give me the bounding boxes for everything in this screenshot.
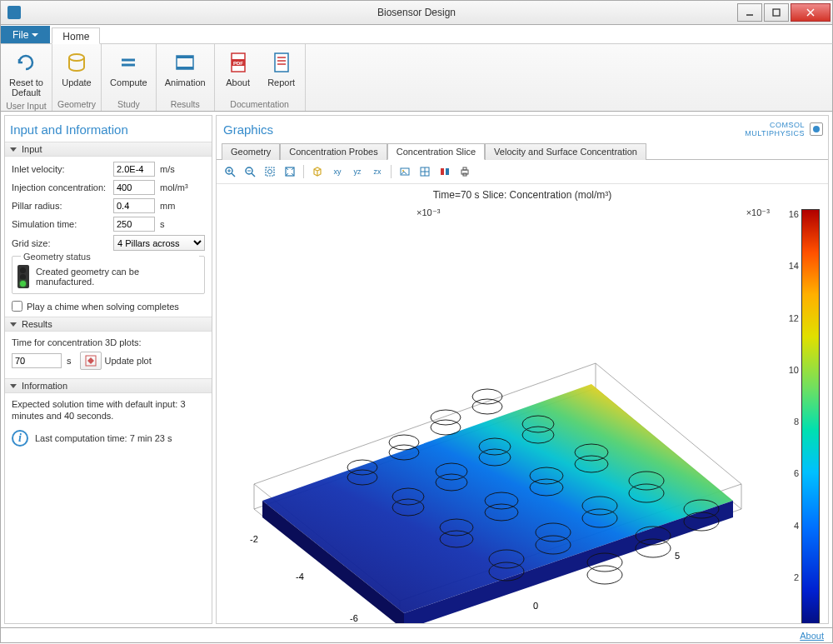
section-results-body: Time for concentration 3D plots: s Updat… xyxy=(5,332,212,378)
reset-to-default-button[interactable]: Reset toDefault xyxy=(6,47,47,99)
about-link[interactable]: About xyxy=(800,631,824,641)
update-plot-label: Update plot xyxy=(105,356,152,366)
animation-button[interactable]: Animation xyxy=(162,47,209,97)
file-menu[interactable]: File xyxy=(1,26,50,43)
yz-view-icon[interactable]: yz xyxy=(349,163,366,180)
image-snapshot-icon[interactable] xyxy=(397,163,413,180)
svg-point-71 xyxy=(587,566,622,584)
tab-concentration-probes[interactable]: Concentration Probes xyxy=(280,143,387,160)
svg-rect-25 xyxy=(266,167,274,176)
tab-concentration-slice[interactable]: Concentration Slice xyxy=(387,143,485,160)
zx-view-icon[interactable]: zx xyxy=(369,163,386,180)
x-tick: 0 xyxy=(533,601,538,611)
tab-velocity-surface[interactable]: Velocity and Surface Concentration xyxy=(485,143,646,160)
section-input-body: Inlet velocity: m/s Injection concentrat… xyxy=(5,157,212,317)
y-tick: -2 xyxy=(250,534,258,544)
svg-rect-1 xyxy=(773,9,780,16)
ribbon-group-documentation: PDF About Report Documentation xyxy=(215,44,306,111)
info-icon: i xyxy=(12,430,28,447)
section-input-header[interactable]: Input xyxy=(5,142,212,157)
colorbar-ticks: 16 14 12 10 8 6 4 2 0 xyxy=(789,209,799,624)
geometry-status-box: Geometry status Created geometry can be … xyxy=(12,256,205,294)
results-time-label: Time for concentration 3D plots: xyxy=(12,337,205,348)
pdf-icon: PDF xyxy=(225,49,252,76)
zoom-in-icon[interactable] xyxy=(222,163,238,180)
section-information-body: Expected solution time with default inpu… xyxy=(5,393,212,452)
x-tick: 5 xyxy=(675,551,680,561)
injection-conc-unit: mol/m³ xyxy=(160,182,188,192)
simulation-time-unit: s xyxy=(160,219,165,229)
injection-conc-input[interactable] xyxy=(113,180,155,195)
compute-button[interactable]: Compute xyxy=(107,47,151,97)
app-icon xyxy=(7,6,21,19)
equals-icon xyxy=(115,49,142,76)
zoom-extents-icon[interactable] xyxy=(262,163,278,180)
svg-point-4 xyxy=(69,54,84,61)
update-plot-icon-button[interactable] xyxy=(80,352,102,370)
chime-checkbox[interactable] xyxy=(12,301,22,312)
results-time-unit: s xyxy=(67,356,72,366)
about-label: About xyxy=(226,77,250,87)
traffic-light-icon xyxy=(17,265,29,288)
svg-point-43 xyxy=(431,420,461,435)
section-input-label: Input xyxy=(22,144,42,154)
inlet-velocity-input[interactable] xyxy=(113,162,155,177)
pillar-radius-label: Pillar radius: xyxy=(12,201,110,211)
svg-point-40 xyxy=(389,435,419,450)
grid-icon[interactable] xyxy=(416,163,433,180)
section-results-header[interactable]: Results xyxy=(5,317,212,332)
ribbon-group-user-input: Reset toDefault User Input xyxy=(1,44,52,111)
plot-svg: -2 -4 -6 0 5 xyxy=(225,209,758,624)
ribbon-group-results: Animation Results xyxy=(157,44,215,111)
svg-point-42 xyxy=(431,410,461,425)
tab-geometry[interactable]: Geometry xyxy=(222,143,280,160)
main-area: Input and Information Input Inlet veloci… xyxy=(0,112,833,628)
section-information-header[interactable]: Information xyxy=(5,378,212,393)
maximize-button[interactable] xyxy=(764,3,789,22)
zoom-box-icon[interactable] xyxy=(282,163,298,180)
chime-label: Play a chime when solving completes xyxy=(27,302,179,312)
pillar-radius-input[interactable] xyxy=(113,198,155,213)
logo-icon xyxy=(810,122,823,136)
close-button[interactable] xyxy=(791,3,831,22)
report-button[interactable]: Report xyxy=(263,47,300,97)
cylinder-icon xyxy=(63,49,90,76)
legends-icon[interactable] xyxy=(436,163,453,180)
comsol-logo: COMSOL MULTIPHYSICS xyxy=(745,121,823,137)
default-view-icon[interactable] xyxy=(309,163,326,180)
left-panel: Input and Information Input Inlet veloci… xyxy=(4,115,212,624)
tab-home[interactable]: Home xyxy=(52,27,100,44)
expected-time-text: Expected solution time with default inpu… xyxy=(12,398,205,422)
xy-view-icon[interactable]: xy xyxy=(329,163,346,180)
report-icon xyxy=(268,49,295,76)
inlet-velocity-unit: m/s xyxy=(160,164,175,174)
y-tick: -6 xyxy=(350,613,358,623)
ribbon-group-title: Geometry xyxy=(57,97,96,109)
plot-area[interactable]: Time=70 s Slice: Concentration (mol/m³) … xyxy=(217,184,828,623)
svg-line-19 xyxy=(232,173,235,177)
svg-point-26 xyxy=(268,170,272,174)
simulation-time-label: Simulation time: xyxy=(12,219,110,229)
ribbon-group-study: Compute Study xyxy=(102,44,157,111)
section-results-label: Results xyxy=(22,319,52,329)
simulation-time-input[interactable] xyxy=(113,217,155,232)
animation-label: Animation xyxy=(165,77,206,87)
window-title: Biosensor Design xyxy=(377,7,456,18)
injection-conc-label: Injection concentration: xyxy=(12,182,110,192)
y-tick: -4 xyxy=(296,572,304,582)
update-geometry-button[interactable]: Update xyxy=(58,47,95,97)
zoom-out-icon[interactable] xyxy=(242,163,258,180)
print-icon[interactable] xyxy=(456,163,473,180)
graphics-title: Graphics xyxy=(223,122,273,137)
update-label: Update xyxy=(62,77,91,87)
ribbon-group-title: User Input xyxy=(6,99,46,111)
grid-size-select[interactable]: 4 Pillars across xyxy=(113,235,205,251)
left-panel-title: Input and Information xyxy=(5,116,212,142)
results-time-input[interactable] xyxy=(12,353,62,368)
film-strip-icon xyxy=(172,49,198,76)
svg-rect-13 xyxy=(275,53,288,72)
undo-icon xyxy=(12,49,39,76)
right-panel: Graphics COMSOL MULTIPHYSICS Geometry Co… xyxy=(216,115,829,624)
about-button[interactable]: PDF About xyxy=(220,47,257,97)
minimize-button[interactable] xyxy=(737,3,762,22)
